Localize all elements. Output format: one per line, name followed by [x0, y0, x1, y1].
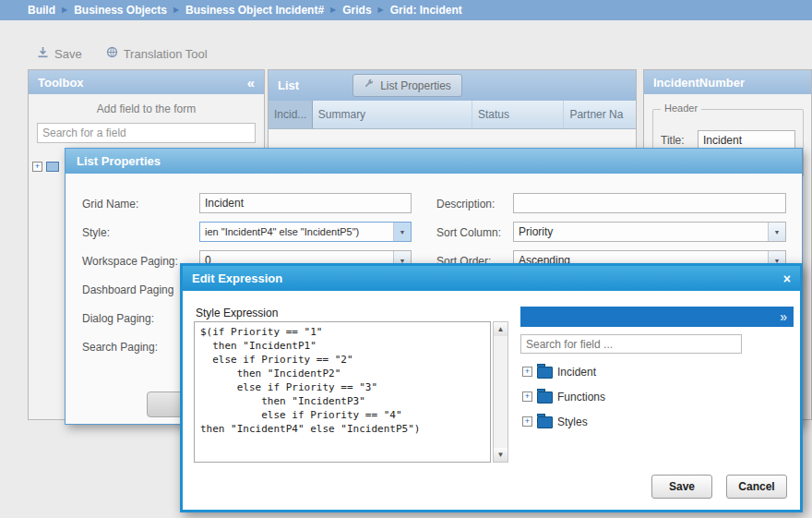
- breadcrumb-item-grids[interactable]: Grids: [342, 4, 371, 17]
- save-button[interactable]: Save: [37, 46, 82, 61]
- workspace-paging-label: Workspace Paging:: [82, 255, 178, 268]
- scroll-up-icon[interactable]: ▲: [494, 322, 508, 336]
- title-field-label: Title:: [661, 134, 685, 147]
- tree-item-label: Styles: [557, 416, 588, 428]
- breadcrumb-item-business-object-incident[interactable]: Business Object Incident#: [185, 4, 324, 17]
- toolbox-title: Toolbox: [38, 76, 84, 90]
- toolbox-hint: Add field to the form: [29, 102, 264, 115]
- style-select-value: ien "IncidentP4" else "IncidentP5"): [200, 226, 393, 237]
- expand-panel-icon[interactable]: »: [780, 310, 787, 323]
- list-properties-dialog-title: List Properties: [66, 149, 802, 174]
- translation-tool-label: Translation Tool: [124, 47, 208, 61]
- save-icon: [37, 46, 49, 61]
- breadcrumb-separator-icon: ▶: [173, 6, 179, 14]
- expression-scrollbar[interactable]: ▲ ▼: [493, 321, 508, 463]
- column-header-summary[interactable]: Summary: [313, 101, 472, 128]
- dashboard-paging-label: Dashboard Paging: [82, 283, 173, 296]
- list-panel-title: List: [278, 78, 299, 92]
- expression-editor[interactable]: $(if Priority == "1" then "IncidentP1" e…: [194, 321, 491, 463]
- toolbox-header: Toolbox «: [29, 70, 264, 94]
- breadcrumb-item-business-objects[interactable]: Business Objects: [74, 4, 167, 17]
- expand-plus-icon[interactable]: +: [522, 392, 532, 402]
- folder-icon: [537, 367, 553, 379]
- list-column-header-row: Incid... Summary Status Partner Na: [269, 101, 636, 129]
- grid-name-label: Grid Name:: [82, 198, 138, 211]
- sort-column-select[interactable]: Priority ▼: [513, 222, 786, 242]
- style-select[interactable]: ien "IncidentP4" else "IncidentP5") ▼: [199, 222, 412, 242]
- header-group-label: Header: [661, 102, 701, 114]
- save-label: Save: [54, 47, 82, 61]
- dropdown-arrow-icon[interactable]: ▼: [393, 223, 411, 241]
- tree-item-incident[interactable]: + Incident: [522, 365, 596, 379]
- sort-column-value: Priority: [514, 225, 768, 238]
- list-panel-header: List List Properties: [269, 70, 636, 101]
- collapse-panel-icon[interactable]: «: [247, 76, 255, 90]
- breadcrumb-separator-icon: ▶: [62, 6, 67, 14]
- search-paging-label: Search Paging:: [82, 341, 158, 354]
- breadcrumb-item-build[interactable]: Build: [28, 4, 55, 17]
- cancel-button[interactable]: Cancel: [726, 475, 787, 499]
- tree-item-functions[interactable]: + Functions: [522, 390, 605, 404]
- field-panel-header: IncidentNumber: [644, 70, 811, 94]
- close-icon[interactable]: ×: [783, 272, 791, 285]
- column-header-partner[interactable]: Partner Na: [564, 101, 636, 128]
- form-field-icon: [46, 162, 59, 172]
- folder-icon: [537, 416, 553, 428]
- style-label: Style:: [82, 226, 110, 239]
- style-expression-label: Style Expression: [196, 307, 278, 319]
- tree-item-label: Functions: [557, 391, 605, 404]
- toolbar: Save Translation Tool: [37, 46, 208, 61]
- grid-name-input[interactable]: [199, 193, 412, 213]
- description-label: Description:: [436, 198, 495, 211]
- expand-plus-icon[interactable]: +: [522, 416, 532, 427]
- field-panel-title: IncidentNumber: [653, 76, 745, 90]
- sort-column-label: Sort Column:: [436, 226, 501, 239]
- edit-expression-dialog: Edit Expression × Style Expression $(if …: [180, 263, 803, 512]
- expand-plus-icon[interactable]: +: [522, 367, 532, 377]
- field-browser-search-input[interactable]: [520, 334, 742, 354]
- description-input[interactable]: [513, 193, 786, 213]
- application-window: Build ▶ Business Objects ▶ Business Obje…: [0, 0, 812, 518]
- edit-expression-dialog-title: Edit Expression: [192, 271, 282, 285]
- list-properties-button[interactable]: List Properties: [352, 74, 462, 97]
- save-button[interactable]: Save: [651, 475, 712, 499]
- breadcrumb-separator-icon: ▶: [378, 6, 384, 14]
- breadcrumb: Build ▶ Business Objects ▶ Business Obje…: [0, 0, 812, 20]
- breadcrumb-item-grid-incident[interactable]: Grid: Incident: [390, 4, 462, 17]
- toolbox-search-input[interactable]: [37, 123, 256, 143]
- list-properties-button-label: List Properties: [380, 79, 451, 92]
- tree-item-label: Incident: [557, 366, 596, 379]
- breadcrumb-separator-icon: ▶: [330, 6, 336, 14]
- dropdown-arrow-icon[interactable]: ▼: [768, 223, 785, 241]
- wrench-icon: [364, 78, 375, 92]
- scroll-down-icon[interactable]: ▼: [494, 448, 508, 462]
- edit-expression-dialog-header: Edit Expression ×: [183, 266, 800, 291]
- column-header-status[interactable]: Status: [472, 101, 565, 128]
- field-browser-header: »: [520, 307, 794, 327]
- expand-plus-icon[interactable]: +: [32, 162, 42, 172]
- translation-tool-button[interactable]: Translation Tool: [106, 46, 208, 61]
- tree-item-styles[interactable]: + Styles: [522, 415, 588, 428]
- expression-text: $(if Priority == "1" then "IncidentP1" e…: [195, 322, 490, 439]
- column-header-incident[interactable]: Incid...: [269, 101, 313, 128]
- translation-tool-icon: [106, 46, 118, 61]
- folder-icon: [537, 392, 553, 404]
- dialog-paging-label: Dialog Paging:: [82, 312, 154, 325]
